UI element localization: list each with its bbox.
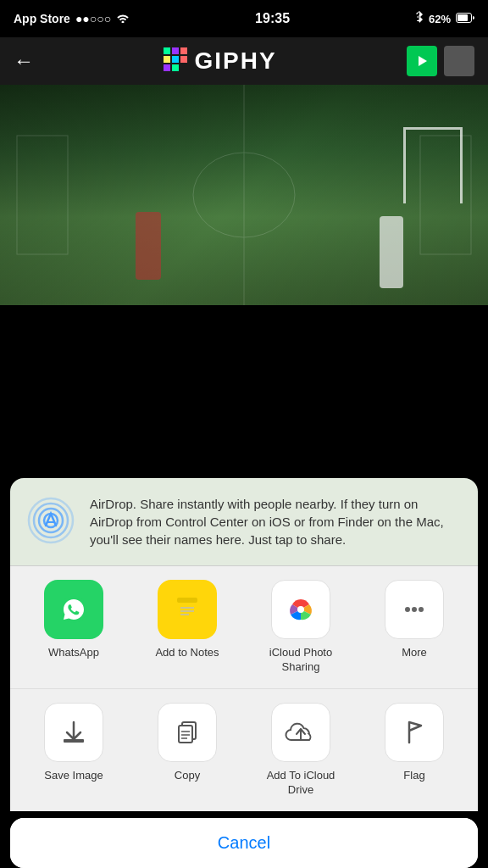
share-item-whatsapp[interactable]: WhatsApp <box>27 580 120 660</box>
whatsapp-label: WhatsApp <box>48 646 99 660</box>
photos-label: iCloud Photo Sharing <box>254 646 347 675</box>
flag-icon-box <box>385 703 444 762</box>
icloud-drive-label: Add To iCloud Drive <box>254 769 347 798</box>
copy-label: Copy <box>175 769 200 783</box>
svg-rect-6 <box>164 56 170 63</box>
more-label: More <box>402 646 427 660</box>
photos-icon-box <box>271 580 330 639</box>
svg-rect-14 <box>17 136 68 254</box>
grid-button[interactable] <box>444 46 474 76</box>
action-item-save-image[interactable]: Save Image <box>27 703 120 783</box>
svg-point-29 <box>419 607 424 612</box>
status-right: 62% <box>415 11 474 27</box>
share-item-more[interactable]: More <box>368 580 461 660</box>
signal-icon: ●●○○○ <box>75 12 111 25</box>
status-bar: App Store ●●○○○ 19:35 62% <box>0 0 488 37</box>
wifi-icon <box>116 12 130 25</box>
action-item-flag[interactable]: Flag <box>368 703 461 783</box>
svg-point-26 <box>297 606 304 613</box>
airdrop-icon <box>25 495 76 546</box>
more-icon-box <box>385 580 444 639</box>
svg-rect-9 <box>164 64 170 71</box>
bluetooth-icon <box>415 11 424 27</box>
svg-point-16 <box>29 498 73 542</box>
save-image-label: Save Image <box>44 769 103 783</box>
svg-rect-3 <box>164 47 170 54</box>
svg-rect-5 <box>180 47 187 54</box>
flag-label: Flag <box>403 769 424 783</box>
airdrop-description: AirDrop. Share instantly with people nea… <box>90 495 463 548</box>
airdrop-banner: AirDrop. Share instantly with people nea… <box>10 478 478 566</box>
action-item-copy[interactable]: Copy <box>141 703 234 783</box>
icloud-drive-icon-box <box>271 703 330 762</box>
battery-icon <box>456 13 474 25</box>
share-icons-row: WhatsApp Add to Notes <box>17 580 471 675</box>
svg-rect-7 <box>172 56 179 63</box>
svg-rect-8 <box>180 56 187 63</box>
svg-rect-32 <box>179 726 192 743</box>
whatsapp-icon-box <box>44 580 103 639</box>
svg-rect-30 <box>64 739 84 743</box>
share-sheet: AirDrop. Share instantly with people nea… <box>0 478 488 868</box>
svg-point-28 <box>412 607 417 612</box>
action-icons-row: Save Image Copy <box>17 703 471 798</box>
action-item-icloud-drive[interactable]: Add To iCloud Drive <box>254 703 347 798</box>
svg-rect-4 <box>172 47 179 54</box>
back-button[interactable]: ← <box>14 49 34 73</box>
play-button[interactable] <box>407 46 437 76</box>
nav-bar: ← GIPHY <box>0 37 488 85</box>
share-item-photos[interactable]: iCloud Photo Sharing <box>254 580 347 675</box>
status-time: 19:35 <box>255 11 290 26</box>
action-buttons: Save Image Copy <box>10 689 478 811</box>
svg-rect-1 <box>458 14 468 21</box>
cancel-button-container: Cancel <box>10 818 478 868</box>
nav-right-buttons <box>407 46 474 76</box>
copy-icon-box <box>158 703 217 762</box>
notes-icon-box <box>158 580 217 639</box>
save-image-icon-box <box>44 703 103 762</box>
notes-label: Add to Notes <box>155 646 219 660</box>
nav-logo: GIPHY <box>164 47 276 75</box>
cancel-button[interactable]: Cancel <box>10 818 478 868</box>
app-title: GIPHY <box>194 47 276 75</box>
svg-rect-10 <box>172 64 179 71</box>
share-item-notes[interactable]: Add to Notes <box>141 580 234 660</box>
carrier-label: App Store <box>14 12 70 25</box>
status-left: App Store ●●○○○ <box>14 12 130 25</box>
video-area <box>0 85 488 305</box>
battery-label: 62% <box>429 13 451 25</box>
svg-point-27 <box>405 607 410 612</box>
share-actions: WhatsApp Add to Notes <box>10 566 478 689</box>
svg-rect-22 <box>177 598 197 603</box>
svg-marker-11 <box>419 56 427 66</box>
